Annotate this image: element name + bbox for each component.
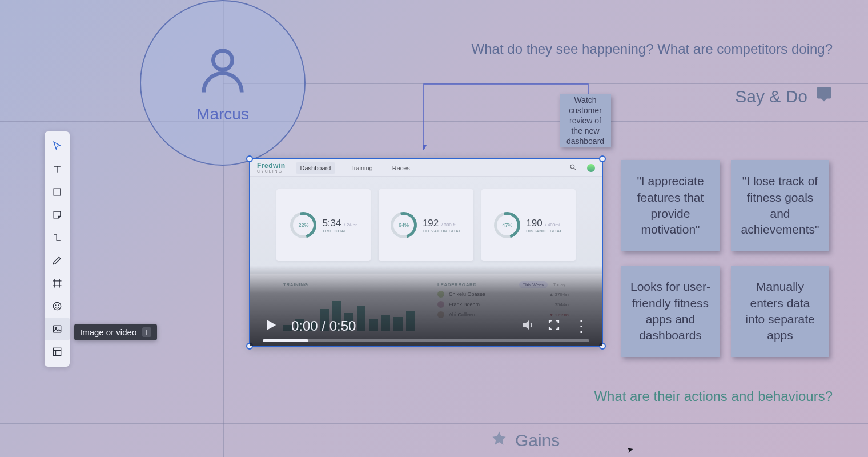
video-progress-fill (263, 339, 308, 342)
avatar[interactable] (587, 164, 595, 172)
tool-rectangle[interactable] (45, 181, 70, 203)
tool-tooltip: Image or video I (74, 324, 157, 340)
tool-frame[interactable] (45, 272, 70, 295)
sticky-quote-1[interactable]: "I appreciate features that provide moti… (621, 160, 720, 251)
fullscreen-icon[interactable] (547, 318, 561, 334)
card-elevation-goal: 64% 192 / 300 ft ELEVATION GOAL (379, 189, 473, 261)
persona-name: Marcus (196, 105, 249, 123)
sticky-text: "I appreciate features that provide moti… (629, 173, 712, 238)
tool-text[interactable] (45, 158, 70, 181)
embedded-video-frame[interactable]: Fredwin CYCLING Dashboard Training Races… (249, 158, 603, 347)
video-progress[interactable] (263, 339, 589, 342)
svg-point-0 (213, 51, 232, 70)
saydo-label: Say & Do (735, 87, 807, 106)
ring-pct: 22% (290, 212, 316, 238)
tooltip-label: Image or video (80, 327, 136, 337)
tab-races[interactable]: Races (388, 162, 415, 174)
tool-sticky[interactable] (45, 203, 70, 226)
gains-label: Gains (515, 431, 560, 450)
tool-image[interactable] (45, 318, 70, 340)
tooltip-key: I (142, 327, 151, 337)
ring-pct: 47% (494, 212, 520, 238)
grid-horizontal-bottom (0, 423, 868, 424)
tool-template[interactable] (45, 340, 70, 363)
svg-point-3 (53, 302, 61, 310)
sticky-quote-2[interactable]: "I lose track of fitness goals and achie… (731, 160, 829, 251)
prompt-see: What do they see happening? What are com… (472, 41, 833, 57)
dashboard-cards: 22% 5:34 / 24 hr TIME GOAL 64% 192 / 300… (250, 177, 602, 274)
svg-rect-8 (53, 348, 61, 355)
resize-handle-tl[interactable] (246, 155, 253, 162)
svg-point-4 (55, 304, 56, 306)
tool-pen[interactable] (45, 249, 70, 272)
tool-connector[interactable] (45, 226, 70, 249)
video-controls: 0:00 / 0:50 ⋮ (250, 266, 602, 346)
mouse-cursor-icon: ➤ (626, 444, 635, 455)
svg-point-1 (570, 165, 574, 169)
volume-icon[interactable] (521, 318, 535, 334)
app-header: Fredwin CYCLING Dashboard Training Races (250, 159, 602, 177)
section-gains: Gains (491, 430, 560, 450)
person-icon (194, 42, 251, 102)
ring-pct: 64% (391, 212, 417, 238)
svg-rect-2 (54, 189, 61, 195)
grid-horizontal-mid (0, 121, 868, 122)
whiteboard-canvas[interactable]: Marcus What do they see happening? What … (0, 0, 868, 457)
tab-dashboard[interactable]: Dashboard (296, 162, 336, 174)
search-icon[interactable] (569, 163, 577, 172)
app-logo: Fredwin CYCLING (257, 162, 286, 173)
prompt-actions: What are their actions and behaviours? (594, 388, 833, 404)
whiteboard-toolbar (45, 131, 70, 367)
sticky-behavior-2[interactable]: Manually enters data into separate apps (731, 266, 829, 357)
play-button[interactable] (263, 317, 279, 335)
grid-horizontal-top (223, 83, 868, 84)
star-icon (491, 430, 507, 450)
card-time-goal: 22% 5:34 / 24 hr TIME GOAL (276, 189, 371, 261)
tool-select[interactable] (45, 135, 70, 158)
sticky-behavior-1[interactable]: Looks for user-friendly fitness apps and… (621, 266, 720, 357)
video-time: 0:00 / 0:50 (291, 318, 356, 334)
tool-stamp[interactable] (45, 295, 70, 318)
persona-circle[interactable]: Marcus (140, 0, 306, 166)
video-menu-icon[interactable]: ⋮ (573, 323, 589, 329)
resize-handle-tr[interactable] (599, 155, 606, 162)
sticky-text: "I lose track of fitness goals and achie… (739, 173, 821, 238)
svg-point-5 (58, 304, 59, 306)
svg-rect-6 (53, 326, 61, 332)
sticky-watch[interactable]: Watch customer review of the new dashboa… (560, 94, 611, 147)
speech-icon (815, 86, 833, 107)
sticky-watch-text: Watch customer review of the new dashboa… (566, 95, 604, 147)
card-distance-goal: 47% 190 / 400mi DISTANCE GOAL (481, 189, 576, 261)
section-say-do: Say & Do (735, 86, 833, 107)
sticky-text: Manually enters data into separate apps (739, 279, 821, 343)
sticky-text: Looks for user-friendly fitness apps and… (629, 279, 712, 343)
tab-training[interactable]: Training (345, 162, 377, 174)
